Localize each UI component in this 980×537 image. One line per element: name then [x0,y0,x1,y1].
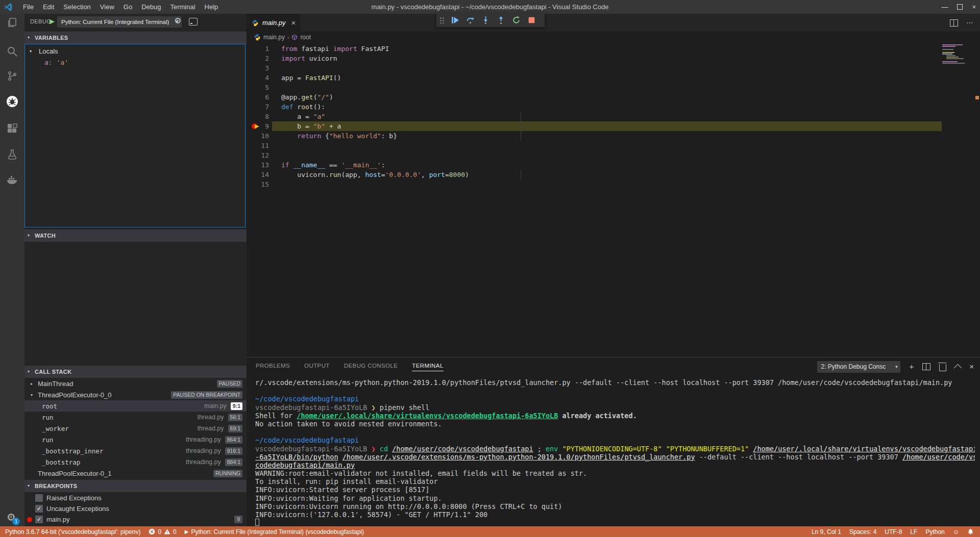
debug-icon[interactable] [6,95,18,108]
menu-item[interactable]: File [18,0,38,14]
breakpoint-row[interactable]: ✓ main.py 9 [24,514,247,525]
code-area[interactable]: 1 from fastapi import FastAPI 2 import u… [247,44,980,189]
source-control-icon[interactable] [6,70,18,82]
step-out-button[interactable] [495,14,507,26]
code-line: 3 [247,63,980,73]
callstack-row[interactable]: _bootstrap_inner threading.py 916:1 [24,445,247,456]
frame-badge: 864:1 [225,436,242,444]
extensions-icon[interactable] [6,123,18,135]
terminal-text: "PYTHONIOENCODING=UTF-8" "PYTHONUNBUFFER… [562,445,753,453]
callstack-row[interactable]: ▾ ThreadPoolExecutor-0_0 PAUSED ON BREAK… [24,389,247,400]
code-token: "b" [313,122,325,130]
language-mode-status[interactable]: Python [925,528,944,535]
scope-locals[interactable]: ▾ Locals [25,46,245,57]
step-into-button[interactable] [479,14,492,26]
breadcrumb-file[interactable]: main.py [263,34,285,41]
kill-terminal-icon[interactable] [939,364,946,371]
breakpoint-row[interactable]: Raised Exceptions [24,493,247,503]
indentation-status[interactable]: Spaces: 4 [849,528,876,535]
menu-item[interactable]: Selection [59,0,95,14]
frame-file: threading.py [186,447,221,454]
breadcrumb-symbol[interactable]: root [300,34,311,41]
problems-status[interactable]: 0 0 [149,528,176,535]
tab-close-icon[interactable]: × [291,18,296,27]
configure-gear-icon[interactable]: ⚙ [174,16,181,25]
new-terminal-icon[interactable]: + [909,357,914,376]
debug-session-status[interactable]: ▶ Python: Current File (Integrated Termi… [185,528,364,535]
menu-item[interactable]: Edit [38,0,59,14]
variables-section-header[interactable]: ▾ VARIABLES [24,32,247,44]
more-actions-icon[interactable]: ⋯ [966,19,973,27]
notifications-bell-icon[interactable] [967,528,974,535]
terminal-text: ; [533,445,546,453]
menu-item[interactable]: View [95,0,119,14]
panel-tab[interactable]: DEBUG CONSOLE [344,363,398,371]
explorer-icon[interactable] [6,17,18,29]
breakpoints-section-header[interactable]: ▾ BREAKPOINTS [24,480,247,492]
frame-badge: RUNNING [213,470,242,477]
restore-button[interactable] [957,4,963,10]
continue-button[interactable] [449,14,461,26]
split-terminal-icon[interactable] [922,363,930,370]
breakpoint-row[interactable]: ✓ Uncaught Exceptions [24,503,247,514]
terminal-text: ❯ [372,445,380,453]
activity-bar: ⚙ 1 [0,14,24,526]
start-debug-icon[interactable]: ▶ [50,17,55,25]
breakpoint-checkbox[interactable]: ✓ [35,505,43,513]
breakpoint-checkbox[interactable]: ✓ [35,516,43,523]
python-interpreter-status[interactable]: Python 3.6.7 64-bit ('vscodedebugfastapi… [5,528,140,535]
callstack-row[interactable]: run thread.py 56:1 [24,412,247,423]
breakpoint-checkbox[interactable] [35,494,43,502]
maximize-panel-icon[interactable] [954,364,962,372]
terminal-selector-dropdown[interactable]: 2: Python Debug Consc ▼ [817,361,900,373]
callstack-row[interactable]: _worker thread.py 69:1 [24,423,247,434]
drag-handle-icon[interactable] [439,16,445,23]
code-token: uvicorn. [281,171,329,178]
encoding-status[interactable]: UTF-8 [885,528,902,535]
test-explorer-icon[interactable] [6,148,18,161]
close-button[interactable]: × [972,0,976,14]
code-token: (): [313,103,325,111]
code-token: run [329,171,341,178]
cursor-position-status[interactable]: Ln 9, Col 1 [812,528,841,535]
frame-badge: 56:1 [228,414,242,421]
callstack-row[interactable]: _bootstrap threading.py 884:1 [24,456,247,468]
menu-item[interactable]: Go [119,0,137,14]
open-debug-console-icon[interactable] [189,18,198,25]
terminal-text: /home/user/.vscode/extensions/ms-python.… [342,453,695,461]
watch-section-header[interactable]: ▾ WATCH [24,229,247,242]
terminal-text: /home/user/.local/share/virtualenvs/vsco… [297,412,558,420]
stop-button[interactable] [525,14,537,26]
chevron-down-icon: ▼ [895,361,899,373]
variable-row[interactable]: a: 'a' [25,57,245,68]
close-panel-icon[interactable]: × [969,357,974,376]
code-token: "/" [317,93,329,101]
feedback-smiley-icon[interactable]: ☺ [953,528,959,535]
menu-item[interactable]: Debug [137,0,165,14]
panel-tab[interactable]: OUTPUT [304,363,330,371]
panel-tab[interactable]: TERMINAL [412,363,443,371]
docker-icon[interactable] [6,174,18,186]
code-line: 4 app = FastAPI() [247,73,980,83]
search-icon[interactable] [6,45,18,58]
tab-main-py[interactable]: main.py × [247,14,301,32]
split-editor-icon[interactable] [950,19,958,27]
minimize-button[interactable]: — [941,0,948,14]
python-file-icon [252,19,259,27]
debug-config-dropdown[interactable]: Python: Current File (Integrated Termina… [57,16,182,28]
eol-status[interactable]: LF [910,528,917,535]
callstack-row[interactable]: run threading.py 864:1 [24,434,247,445]
panel-tab[interactable]: PROBLEMS [256,363,290,371]
callstack-row[interactable]: root main.py 9:1 [24,400,247,412]
terminal-output[interactable]: r/.vscode/extensions/ms-python.python-20… [255,378,975,526]
code-token: app = [281,74,305,82]
callstack-section-header[interactable]: ▾ CALL STACK [24,366,247,378]
step-over-button[interactable] [464,14,476,26]
restart-button[interactable] [510,14,522,26]
callstack-row[interactable]: ▸ MainThread PAUSED [24,378,247,389]
breadcrumb[interactable]: main.py › root [247,32,980,43]
menu-item[interactable]: Terminal [165,0,200,14]
callstack-row[interactable]: ThreadPoolExecutor-0_1 RUNNING [24,468,247,479]
menu-item[interactable]: Help [200,0,223,14]
minimap[interactable] [942,44,973,69]
